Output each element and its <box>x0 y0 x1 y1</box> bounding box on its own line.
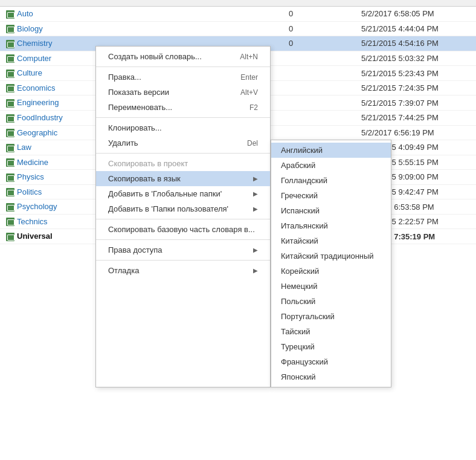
menu-shortcut: F2 <box>249 103 258 112</box>
header-name <box>0 0 283 7</box>
menu-item[interactable]: Добавить в 'Глобальные папки'▶ <box>96 186 270 201</box>
menu-item[interactable]: Переименовать...F2 <box>96 100 270 115</box>
menu-item[interactable]: Права доступа▶ <box>96 242 270 244</box>
row-name[interactable]: Engineering <box>17 98 59 107</box>
row-icon <box>6 70 14 78</box>
submenu-arrow-icon: ▶ <box>253 206 258 212</box>
header-changed <box>355 0 476 7</box>
menu-item-label: Добавить в 'Папки пользователя' <box>108 204 228 213</box>
submenu-arrow-icon: ▶ <box>253 190 258 197</box>
row-name[interactable]: Chemistry <box>17 39 53 48</box>
row-changed: 5/2/2017 6:58:05 PM <box>355 7 476 22</box>
row-icon <box>6 158 14 167</box>
row-name[interactable]: Politics <box>17 187 42 196</box>
language-item[interactable]: Испанский <box>271 203 391 218</box>
menu-shortcut: Del <box>247 139 258 147</box>
row-name[interactable]: Computer <box>17 54 51 63</box>
row-name[interactable]: Physics <box>17 172 44 181</box>
row-changed: 5/21/2015 4:44:04 PM <box>355 21 476 36</box>
menu-item[interactable]: Создать новый словарь...Alt+N <box>96 49 270 64</box>
menu-shortcut: Enter <box>240 73 258 82</box>
menu-separator <box>96 153 270 154</box>
row-version: 0 <box>283 7 355 22</box>
menu-item-label: Переименовать... <box>108 103 172 112</box>
menu-item: Скопировать в проект <box>96 156 270 171</box>
row-name[interactable]: Medicine <box>17 158 48 167</box>
row-name[interactable]: Technics <box>17 217 48 226</box>
context-menu: Создать новый словарь...Alt+NПравка...En… <box>95 46 271 244</box>
menu-separator <box>96 239 270 240</box>
row-name[interactable]: Biology <box>17 24 43 33</box>
row-name[interactable]: Auto <box>17 9 33 18</box>
submenu-arrow-icon: ▶ <box>253 175 258 182</box>
language-item[interactable]: Китайский <box>271 233 391 244</box>
table-row[interactable]: Biology05/21/2015 4:44:04 PM <box>0 21 476 36</box>
table-row[interactable]: Auto05/2/2017 6:58:05 PM <box>0 7 476 22</box>
menu-item-label: Скопировать в проект <box>108 159 188 168</box>
language-submenu: АнглийскийАрабскийГолландскийГреческийИс… <box>271 140 391 244</box>
menu-separator <box>96 117 270 118</box>
row-icon <box>6 173 14 182</box>
row-name[interactable]: FoodIndustry <box>17 113 63 122</box>
row-icon <box>6 10 14 19</box>
menu-shortcut: Alt+V <box>240 88 258 97</box>
row-name[interactable]: Psychology <box>17 202 57 211</box>
menu-item-label: Удалить <box>108 138 138 147</box>
row-icon <box>6 129 14 137</box>
row-icon <box>6 40 14 48</box>
row-icon <box>6 144 14 152</box>
header-version <box>283 0 355 7</box>
menu-separator <box>96 219 270 219</box>
row-name[interactable]: Economics <box>17 83 56 92</box>
row-icon <box>6 25 14 33</box>
language-item[interactable]: Итальянский <box>271 218 391 233</box>
menu-item-label: Показать версии <box>108 88 169 97</box>
row-name[interactable]: Geographic <box>17 128 57 137</box>
menu-item[interactable]: Скопировать в язык▶ <box>96 171 270 186</box>
row-icon <box>6 54 14 63</box>
row-version: 0 <box>283 21 355 36</box>
language-item[interactable]: Греческий <box>271 188 391 203</box>
row-icon <box>6 188 14 196</box>
menu-item-label: Добавить в 'Глобальные папки' <box>108 189 222 198</box>
context-menu-wrapper: Создать новый словарь...Alt+NПравка...En… <box>95 46 391 244</box>
menu-item[interactable]: Добавить в 'Папки пользователя'▶ <box>96 201 270 216</box>
menu-item[interactable]: Клонировать... <box>96 120 270 135</box>
menu-item[interactable]: УдалитьDel <box>96 135 270 151</box>
row-icon <box>6 84 14 92</box>
menu-item[interactable]: Скопировать базовую часть словаря в... <box>96 222 270 237</box>
row-icon <box>6 203 14 212</box>
language-item[interactable]: Арабский <box>271 158 391 173</box>
menu-item[interactable]: Правка...Enter <box>96 70 270 85</box>
row-icon <box>6 218 14 226</box>
language-item[interactable]: Голландский <box>271 173 391 188</box>
row-icon <box>6 114 14 123</box>
menu-shortcut: Alt+N <box>240 53 258 61</box>
language-item[interactable]: Английский <box>271 143 391 158</box>
row-icon <box>6 233 14 241</box>
row-name[interactable]: Law <box>17 143 31 152</box>
row-name[interactable]: Universal <box>17 232 53 241</box>
menu-item-label: Правка... <box>108 73 141 82</box>
menu-separator <box>96 66 270 67</box>
menu-item[interactable]: Показать версииAlt+V <box>96 85 270 100</box>
menu-item-label: Скопировать базовую часть словаря в... <box>108 225 255 234</box>
menu-item-label: Скопировать в язык <box>108 174 181 183</box>
row-icon <box>6 99 14 108</box>
menu-item-label: Клонировать... <box>108 123 162 132</box>
row-name[interactable]: Culture <box>17 68 42 77</box>
menu-item-label: Создать новый словарь... <box>108 52 202 61</box>
